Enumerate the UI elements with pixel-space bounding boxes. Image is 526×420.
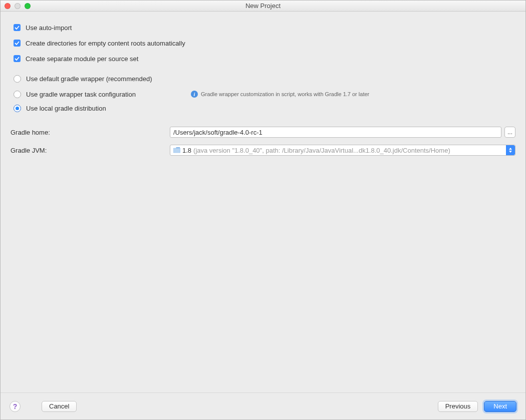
radio-default-wrapper[interactable] [14,75,21,83]
combo-jvm-detail: (java version "1.8.0_40", path: /Library… [193,147,450,154]
label-separate-module: Create separate module per source set [26,55,138,63]
dialog-content: Use auto-import Create directories for e… [1,12,525,392]
radio-wrapper-task[interactable] [14,91,21,98]
new-project-dialog: New Project Use auto-import Create direc… [0,0,526,420]
folder-icon [173,147,180,153]
hint-wrapper-task: Gradle wrapper customization in script, … [201,91,369,97]
combo-gradle-jvm[interactable]: 1.8 (java version "1.8.0_40", path: /Lib… [170,145,515,156]
checkbox-separate-module[interactable] [14,55,21,62]
label-default-wrapper: Use default gradle wrapper (recommended) [26,75,152,83]
next-button[interactable]: Next [484,401,516,412]
checkbox-create-dirs[interactable] [14,40,21,47]
window-title: New Project [1,2,525,10]
label-local-dist: Use local gradle distribution [26,105,106,112]
info-icon: i [191,91,198,98]
titlebar: New Project [1,1,525,12]
cancel-button[interactable]: Cancel [42,401,77,412]
label-auto-import: Use auto-import [26,24,72,32]
checkbox-auto-import[interactable] [14,24,21,31]
combo-arrows-icon [506,145,515,155]
previous-button[interactable]: Previous [438,401,478,412]
radio-local-dist[interactable] [14,105,21,112]
label-wrapper-task: Use gradle wrapper task configuration [26,91,136,98]
label-create-dirs: Create directories for empty content roo… [26,40,185,47]
input-gradle-home[interactable] [170,127,501,138]
dialog-footer: ? Cancel Previous Next [1,392,525,419]
label-gradle-jvm: Gradle JVM: [11,147,170,154]
combo-jvm-value: 1.8 [182,147,191,154]
help-button[interactable]: ? [10,401,21,412]
browse-gradle-home-button[interactable]: ... [504,127,515,138]
label-gradle-home: Gradle home: [11,129,170,136]
svg-rect-0 [173,148,180,153]
